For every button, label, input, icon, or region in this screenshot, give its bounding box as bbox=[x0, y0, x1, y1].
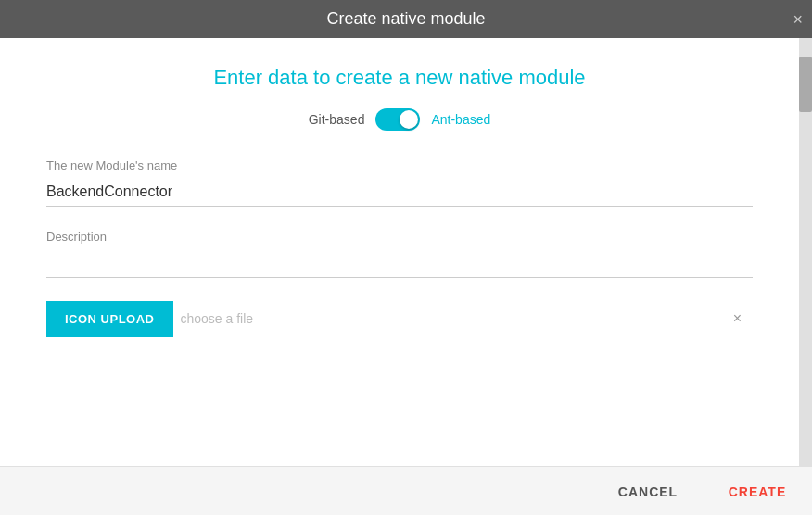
cancel-button[interactable]: CANCEL bbox=[593, 467, 703, 515]
scrollbar-track[interactable] bbox=[799, 38, 812, 466]
mode-toggle[interactable] bbox=[375, 108, 420, 131]
footer: CANCEL CREATE bbox=[0, 466, 812, 515]
description-group: Description bbox=[46, 230, 753, 278]
description-input[interactable] bbox=[46, 249, 753, 278]
upload-row: ICON UPLOAD choose a file × bbox=[46, 301, 753, 337]
form-heading: Enter data to create a new native module bbox=[46, 66, 753, 90]
form-area: Enter data to create a new native module… bbox=[0, 38, 799, 466]
close-button[interactable]: × bbox=[793, 11, 803, 28]
dialog-title: Create native module bbox=[326, 9, 485, 28]
toggle-row: Git-based Ant-based bbox=[46, 108, 753, 131]
icon-upload-button[interactable]: ICON UPLOAD bbox=[46, 301, 173, 337]
git-based-label: Git-based bbox=[309, 112, 365, 127]
dialog-content: Enter data to create a new native module… bbox=[0, 38, 799, 466]
module-name-label: The new Module's name bbox=[46, 158, 753, 172]
module-name-input[interactable] bbox=[46, 178, 753, 207]
module-name-group: The new Module's name bbox=[46, 158, 753, 207]
file-clear-button[interactable]: × bbox=[730, 310, 745, 327]
dialog-wrapper: Enter data to create a new native module… bbox=[0, 38, 812, 466]
ant-based-label: Ant-based bbox=[431, 112, 490, 127]
description-label: Description bbox=[46, 230, 753, 244]
scrollbar-thumb[interactable] bbox=[799, 57, 812, 112]
file-placeholder: choose a file bbox=[181, 311, 730, 326]
file-input-wrapper: choose a file × bbox=[173, 305, 754, 333]
create-button[interactable]: CREATE bbox=[703, 467, 812, 515]
title-bar: Create native module × bbox=[0, 0, 812, 38]
